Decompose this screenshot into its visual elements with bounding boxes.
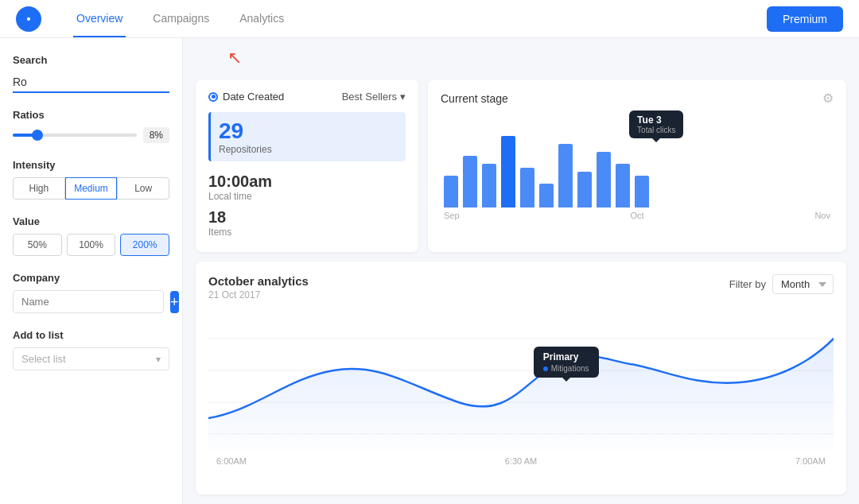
company-label: Company xyxy=(13,272,169,284)
sidebar: Search Ratios 8% Intensity High Medium L… xyxy=(0,38,183,504)
local-time-value: 10:00am xyxy=(208,173,406,191)
intensity-buttons: High Medium Low xyxy=(13,177,169,200)
x-axis-labels: 6:00AM 6:30 AM 7:00AM xyxy=(208,453,834,466)
analytics-card: October analytics 21 Oct 2017 Filter by … xyxy=(196,262,846,494)
logo: • xyxy=(16,6,41,32)
date-card-header: Date Created Best Sellers ▾ xyxy=(208,91,406,103)
value-label: Value xyxy=(13,215,169,227)
ratios-label: Ratios xyxy=(13,109,169,121)
filter-row: Filter by Month Week Day xyxy=(729,274,834,294)
analytics-title: October analytics xyxy=(208,274,309,288)
repositories-count: 29 xyxy=(219,118,398,144)
repositories-label: Repositories xyxy=(219,144,398,155)
intensity-label: Intensity xyxy=(13,159,169,171)
slider-thumb[interactable] xyxy=(32,130,43,141)
local-time-label: Local time xyxy=(208,191,406,202)
line-tooltip-sub-text: Mitigations xyxy=(551,364,589,373)
analytics-title-block: October analytics 21 Oct 2017 xyxy=(208,274,309,300)
x-label-oct: Oct xyxy=(630,211,643,220)
line-tooltip: Primary Mitigations xyxy=(534,347,599,378)
radio-dot-icon[interactable] xyxy=(208,92,218,102)
value-200[interactable]: 200% xyxy=(120,234,169,256)
ratios-slider-row: 8% xyxy=(13,127,169,143)
value-50[interactable]: 50% xyxy=(13,234,62,256)
tooltip-sub: Total clicks xyxy=(637,126,675,134)
add-to-list-section: Add to list Select list ▾ xyxy=(13,329,169,370)
x-label-sep: Sep xyxy=(444,211,460,220)
items-count: 18 xyxy=(208,208,406,227)
analytics-date: 21 Oct 2017 xyxy=(208,289,309,300)
line-chart-svg xyxy=(208,307,834,450)
analytics-header: October analytics 21 Oct 2017 Filter by … xyxy=(208,274,834,300)
repositories-row: 29 Repositories xyxy=(208,112,406,161)
bar-chart-wrapper: Tue 3 Total clicks xyxy=(441,112,834,207)
tab-campaigns[interactable]: Campaigns xyxy=(150,1,212,37)
top-row: Date Created Best Sellers ▾ 29 Repositor… xyxy=(196,79,846,252)
bar-6 xyxy=(558,144,573,207)
intensity-low[interactable]: Low xyxy=(117,177,169,200)
search-input[interactable] xyxy=(13,72,169,93)
date-card: Date Created Best Sellers ▾ 29 Repositor… xyxy=(196,79,418,252)
bar-tooltip: Tue 3 Total clicks xyxy=(629,110,683,138)
gear-icon[interactable]: ⚙ xyxy=(822,91,834,106)
tab-overview[interactable]: Overview xyxy=(73,1,126,37)
bar-x-labels: Sep Oct Nov xyxy=(441,207,834,220)
bar-7 xyxy=(577,172,592,207)
x-label-630am: 6:30 AM xyxy=(505,456,537,466)
company-row: + xyxy=(13,290,169,313)
intensity-section: Intensity High Medium Low xyxy=(13,159,169,200)
company-input[interactable] xyxy=(13,290,164,313)
main-layout: Search Ratios 8% Intensity High Medium L… xyxy=(0,38,859,504)
date-created-text: Date Created xyxy=(223,91,284,103)
x-label-6am: 6:00AM xyxy=(216,456,247,466)
filter-by-label: Filter by xyxy=(729,278,766,290)
slider-value: 8% xyxy=(143,127,169,143)
line-tooltip-title: Primary xyxy=(543,351,589,362)
bar-1 xyxy=(463,156,477,207)
line-tooltip-sub: Mitigations xyxy=(543,364,589,373)
bar-2 xyxy=(482,164,496,207)
items-row: 18 Items xyxy=(208,205,406,241)
bar-3 xyxy=(501,136,515,207)
intensity-high[interactable]: High xyxy=(13,177,65,200)
dot-indicator-icon xyxy=(543,366,548,371)
best-sellers-text: Best Sellers xyxy=(342,91,397,103)
x-label-nov: Nov xyxy=(814,211,830,220)
intensity-medium[interactable]: Medium xyxy=(65,177,118,200)
tooltip-day: Tue 3 xyxy=(637,114,675,126)
chevron-down-icon: ▾ xyxy=(156,354,161,365)
date-created-label: Date Created xyxy=(208,91,284,103)
search-label: Search xyxy=(13,54,169,66)
time-row: 10:00am Local time xyxy=(208,169,406,205)
value-section: Value 50% 100% 200% xyxy=(13,215,169,256)
bar-5 xyxy=(539,184,554,207)
items-label: Items xyxy=(208,227,406,238)
value-100[interactable]: 100% xyxy=(67,234,116,256)
search-section: Search xyxy=(13,54,169,93)
bar-10 xyxy=(635,176,649,207)
add-company-button[interactable]: + xyxy=(170,291,179,313)
best-sellers-dropdown[interactable]: Best Sellers ▾ xyxy=(342,91,406,103)
nav-tabs: Overview Campaigns Analytics xyxy=(73,1,743,37)
bar-8 xyxy=(597,152,611,207)
content-area: ↖ Date Created Best Sellers ▾ 29 xyxy=(183,38,859,504)
slider-track[interactable] xyxy=(13,134,137,137)
ratios-section: Ratios 8% xyxy=(13,109,169,143)
premium-button[interactable]: Premium xyxy=(767,6,843,32)
value-buttons: 50% 100% 200% xyxy=(13,234,169,256)
x-label-7am: 7:00AM xyxy=(795,456,826,466)
stage-title: Current stage xyxy=(441,92,508,105)
top-nav: • Overview Campaigns Analytics Premium xyxy=(0,0,859,38)
add-to-list-label: Add to list xyxy=(13,329,169,341)
filter-select[interactable]: Month Week Day xyxy=(772,274,834,294)
company-section: Company + xyxy=(13,272,169,313)
arrow-indicator: ↖ xyxy=(227,48,846,68)
stage-header: Current stage ⚙ xyxy=(441,91,834,106)
best-sellers-chevron-icon: ▾ xyxy=(400,91,406,103)
bar-0 xyxy=(444,176,458,207)
select-list-dropdown[interactable]: Select list ▾ xyxy=(13,347,169,370)
bar-9 xyxy=(616,164,630,207)
select-list-text: Select list xyxy=(21,353,156,365)
tab-analytics[interactable]: Analytics xyxy=(236,1,287,37)
stage-card: Current stage ⚙ Tue 3 Total clicks Sep O… xyxy=(428,79,846,252)
